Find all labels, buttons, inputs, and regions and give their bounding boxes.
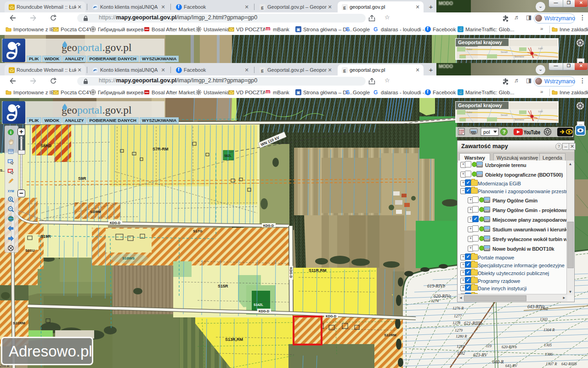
svg-text:G: G (373, 26, 378, 32)
svg-text:G: G (373, 89, 378, 95)
svg-text:?: ? (503, 129, 506, 135)
svg-text:G: G (345, 26, 350, 32)
svg-text:i: i (10, 130, 11, 135)
svg-text:WMS: WMS (471, 131, 477, 133)
svg-text:pol: pol (483, 129, 490, 135)
svg-text:XYM: XYM (8, 190, 14, 193)
svg-text:YouTube: YouTube (524, 129, 540, 136)
svg-text:G: G (345, 89, 350, 95)
